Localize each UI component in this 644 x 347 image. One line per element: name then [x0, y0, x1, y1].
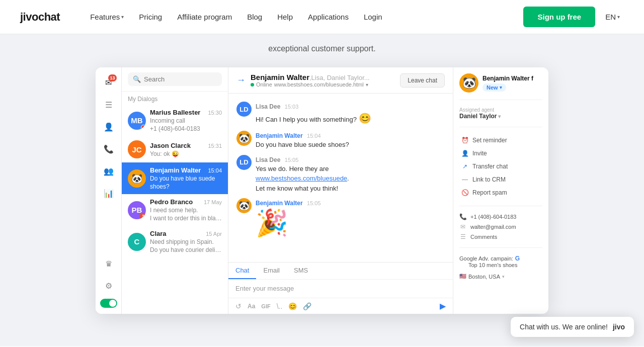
action-report-spam[interactable]: 🚫 Report spam	[459, 187, 542, 199]
search-icon: 🔍	[133, 75, 141, 83]
dialogs-panel: 🔍 My Dialogs MB Marius Ballester 15:30	[122, 67, 228, 314]
nav-help[interactable]: Help	[271, 9, 299, 25]
text-format-icon[interactable]: Aa	[248, 303, 255, 310]
msg-sender: Lisa Dee	[256, 156, 280, 163]
contact-email: ✉ walter@gmail.com	[459, 223, 542, 230]
signup-button[interactable]: Sign up free	[523, 7, 595, 27]
chat-link[interactable]: www.bestshoes.com/bluesuede	[256, 175, 347, 182]
transfer-icon: ↗	[461, 163, 468, 170]
sidebar-chat-icon[interactable]: ☰	[100, 96, 118, 114]
dialog-time: 15:04	[208, 167, 222, 173]
nav-pricing[interactable]: Pricing	[133, 9, 168, 25]
msg-sender: Lisa Dee	[256, 103, 280, 110]
language-selector[interactable]: EN ▾	[601, 9, 624, 25]
message-row: 🐼 Benjamin Walter 15:04 Do you have blue…	[236, 131, 445, 150]
dialog-time: 15 Apr	[206, 231, 222, 237]
chat-header-info: Benjamin Walter,Lisa, Daniel Taylor... O…	[251, 73, 395, 88]
google-adv-label: Google Adv. campain:	[459, 255, 513, 262]
sidebar-crown-icon[interactable]: ♛	[100, 254, 118, 273]
message-input-placeholder: Enter your message	[228, 280, 453, 298]
avatar: C	[128, 233, 146, 251]
comments-label: Comments	[470, 234, 497, 240]
msg-avatar: 🐼	[236, 131, 252, 146]
blog-label: Blog	[247, 13, 262, 21]
tab-sms[interactable]: SMS	[287, 263, 315, 279]
nav-features[interactable]: Features ▾	[84, 9, 130, 25]
dialog-item[interactable]: PB 3 Pedro Branco 17 May I need some hel…	[122, 194, 228, 226]
action-transfer-chat[interactable]: ↗ Transfer chat	[459, 160, 542, 172]
google-adv-section: Google Adv. campain: G Top 10 men's shoe…	[459, 255, 542, 268]
comments-icon: ☰	[459, 233, 466, 240]
location-text: Boston, USA	[468, 274, 500, 280]
message-row: LD Lisa Dee 15:05 Yes we do. Here they a…	[236, 155, 445, 194]
templates-icon[interactable]: \..	[277, 302, 283, 310]
dialog-name: Jason Clarck	[150, 142, 191, 149]
dialog-item[interactable]: JC Jason Clarck 15:31 You: ok 😜	[122, 136, 228, 162]
section-divider	[459, 100, 542, 100]
dialog-content: Pedro Branco 17 May I need some help. I …	[150, 198, 222, 222]
chat-input-tabs: Chat Email SMS	[228, 263, 453, 280]
chat-widget[interactable]: Chat with us. We are online! jivo	[511, 317, 634, 337]
nav-blog[interactable]: Blog	[241, 9, 268, 25]
dialog-time: 15:31	[208, 143, 222, 149]
gif-icon[interactable]: GIF	[261, 303, 270, 309]
contact-info-section: 📞 +1 (408)-604-0183 ✉ walter@gmail.com ☰…	[459, 213, 542, 240]
chat-widget-brand: jivo	[613, 323, 625, 331]
crm-icon: —	[461, 176, 468, 183]
action-label: Set reminder	[472, 137, 507, 144]
dialog-name: Clara	[150, 230, 167, 237]
sidebar-analytics-icon[interactable]: 📊	[100, 184, 118, 202]
dialog-item[interactable]: MB Marius Ballester 15:30 Incoming call …	[122, 105, 228, 136]
logo[interactable]: jivochat	[20, 11, 60, 24]
assigned-agent-section: Assigned agent Daniel Taylor ▾	[459, 107, 542, 120]
search-box: 🔍	[122, 67, 228, 92]
sidebar-settings-icon[interactable]: ⚙	[100, 277, 118, 295]
phone-icon: 📞	[459, 213, 466, 220]
lang-label: EN	[605, 13, 616, 21]
msg-sender: Benjamin Walter	[256, 200, 303, 207]
dialogs-section-label: My Dialogs	[122, 92, 228, 105]
dialog-preview: Do you have blue suede	[150, 175, 222, 182]
nav-login[interactable]: Login	[358, 9, 388, 25]
dialog-item[interactable]: C Clara 15 Apr Need shipping in Spain. D…	[122, 226, 228, 257]
msg-sender: Benjamin Walter	[256, 132, 303, 139]
msg-body: Benjamin Walter 15:05 🎉	[256, 198, 321, 238]
send-button[interactable]: ▶	[440, 301, 446, 311]
left-sidebar: ✉ 13 ☰ 👤 📞 👥 📊 ♛ ⚙	[96, 67, 122, 314]
chat-forward-icon: →	[236, 75, 246, 85]
sidebar-contacts-icon[interactable]: 👤	[100, 118, 118, 136]
action-link-crm[interactable]: — Link to CRM	[459, 173, 542, 186]
dialog-preview-sub: +1 (408)-604-0183	[150, 125, 222, 132]
navbar-actions: Sign up free EN ▾	[523, 7, 624, 27]
online-toggle[interactable]	[100, 299, 117, 308]
chat-input-area: Chat Email SMS Enter your message ↺ Aa G…	[228, 262, 453, 314]
search-input[interactable]	[144, 75, 217, 83]
online-indicator	[141, 125, 146, 130]
msg-time: 15:05	[307, 200, 321, 206]
dialog-preview: I need some help.	[150, 207, 222, 214]
leave-chat-button[interactable]: Leave chat	[400, 73, 445, 88]
status-badge[interactable]: New ▾	[482, 83, 506, 92]
search-input-wrap[interactable]: 🔍	[128, 72, 222, 86]
sidebar-team-icon[interactable]: 👥	[100, 162, 118, 180]
tab-chat[interactable]: Chat	[228, 263, 256, 279]
chat-toolbar: ↺ Aa GIF \.. 😊 🔗 ▶	[228, 298, 453, 314]
action-set-reminder[interactable]: ⏰ Set reminder	[459, 134, 542, 146]
dialog-time: 15:30	[208, 110, 222, 116]
sidebar-phone-icon[interactable]: 📞	[100, 140, 118, 158]
page-body: exceptional customer support. ✉ 13 ☰ 👤 📞…	[0, 34, 644, 346]
tab-email[interactable]: Email	[256, 263, 287, 279]
dialog-item-active[interactable]: 🐼 Benjamin Walter 15:04 Do you have blue…	[122, 162, 228, 194]
emoji-icon[interactable]: 😊	[288, 302, 297, 310]
assigned-agent-name[interactable]: Daniel Taylor ▾	[459, 113, 542, 120]
msg-body: Benjamin Walter 15:04 Do you have blue s…	[256, 131, 349, 150]
nav-affiliate[interactable]: Affiliate program	[171, 9, 238, 25]
msg-avatar: 🐼	[236, 198, 252, 213]
refresh-icon[interactable]: ↺	[235, 302, 242, 310]
contact-comments[interactable]: ☰ Comments	[459, 233, 542, 240]
nav-applications[interactable]: Applications	[302, 9, 355, 25]
msg-avatar: LD	[236, 102, 252, 117]
action-invite[interactable]: 👤 Invite	[459, 147, 542, 159]
attachment-icon[interactable]: 🔗	[303, 302, 311, 310]
sidebar-messages-icon[interactable]: ✉ 13	[100, 73, 118, 92]
